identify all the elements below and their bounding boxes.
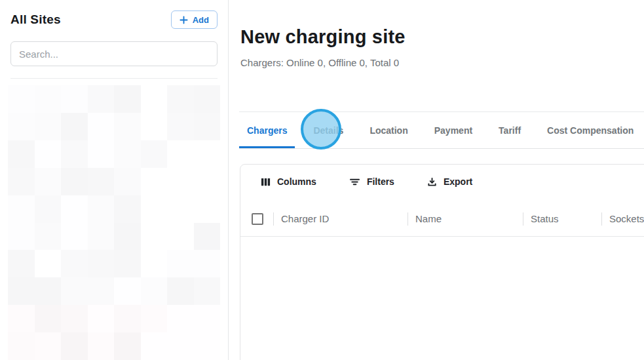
page-title: New charging site	[240, 26, 644, 48]
tab-details[interactable]: Details	[305, 112, 351, 148]
chargers-table-card: Columns Filters Export	[240, 164, 644, 360]
sidebar-header: All Sites Add	[0, 0, 228, 29]
columns-icon	[261, 177, 271, 187]
column-header-sockets[interactable]: Sockets	[601, 201, 644, 236]
add-site-button[interactable]: Add	[171, 10, 218, 29]
export-button[interactable]: Export	[427, 176, 472, 187]
tab-cost-compensation[interactable]: Cost Compensation	[539, 112, 641, 148]
columns-button[interactable]: Columns	[261, 176, 316, 187]
column-header-charger-id[interactable]: Charger ID	[273, 201, 407, 236]
blurred-site-list	[8, 85, 220, 360]
column-header-name[interactable]: Name	[407, 201, 523, 236]
tab-tariff[interactable]: Tariff	[491, 112, 529, 148]
filters-button[interactable]: Filters	[349, 176, 394, 187]
select-all-checkbox[interactable]	[252, 213, 263, 225]
table-header-row: Charger ID Name Status Sockets	[240, 201, 644, 237]
site-search-input[interactable]	[10, 41, 218, 66]
columns-button-label: Columns	[277, 176, 316, 187]
column-header-status[interactable]: Status	[523, 201, 601, 236]
filters-button-label: Filters	[367, 176, 394, 187]
sites-sidebar: All Sites Add	[0, 0, 229, 360]
export-button-label: Export	[444, 176, 472, 187]
filters-icon	[349, 177, 360, 187]
main-content: New charging site Chargers: Online 0, Of…	[229, 0, 644, 360]
tab-location[interactable]: Location	[362, 112, 415, 148]
table-toolbar: Columns Filters Export	[240, 165, 644, 196]
download-icon	[427, 177, 437, 187]
tab-payment[interactable]: Payment	[426, 112, 480, 148]
chargers-summary: Chargers: Online 0, Offline 0, Total 0	[240, 57, 644, 68]
plus-icon	[180, 16, 188, 24]
tab-chargers[interactable]: Chargers	[239, 112, 295, 148]
site-tabbar: Chargers Details Location Payment Tariff…	[239, 111, 644, 149]
sidebar-title: All Sites	[10, 12, 61, 27]
add-site-button-label: Add	[193, 15, 209, 25]
sidebar-divider	[10, 78, 218, 79]
